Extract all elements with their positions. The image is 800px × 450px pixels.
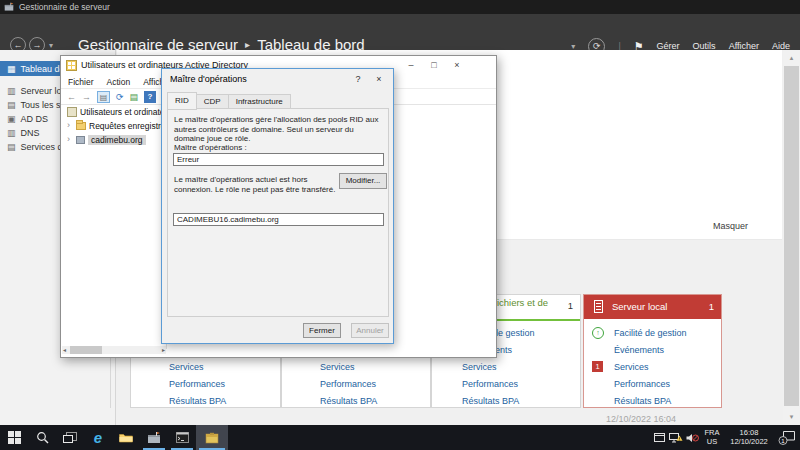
- toolbar-forward-icon[interactable]: →: [82, 92, 91, 102]
- tile-link-services[interactable]: Services: [169, 362, 204, 372]
- offline-warning-text: Le maître d'opérations actuel est hors c…: [174, 175, 336, 194]
- console-taskbar-button[interactable]: [168, 425, 196, 450]
- scroll-down-icon[interactable]: ▾: [783, 413, 800, 421]
- expander-icon[interactable]: ›: [67, 134, 70, 144]
- console-tree-toggle-icon[interactable]: ▤: [97, 91, 110, 103]
- scrollbar-thumb[interactable]: [784, 66, 799, 406]
- tile-link-services[interactable]: Services: [462, 362, 497, 372]
- taskbar-search-button[interactable]: [28, 425, 56, 450]
- tab-rid[interactable]: RID: [167, 92, 197, 110]
- tray-language-switcher[interactable]: FRA US: [700, 425, 724, 450]
- tree-item-saved-queries[interactable]: › Requêtes enregistrées: [62, 119, 166, 133]
- tree-item-label: cadimebu.org: [88, 135, 146, 145]
- tab-cdp[interactable]: CDP: [196, 94, 229, 109]
- tile-link-services[interactable]: Services: [320, 362, 355, 372]
- aduc-taskbar-button[interactable]: [196, 425, 228, 450]
- nav-history-caret-icon[interactable]: ▾: [49, 41, 53, 50]
- toolbar-help-icon[interactable]: ?: [144, 91, 156, 103]
- tray-network[interactable]: [668, 425, 684, 450]
- tile-link-performances[interactable]: Performances: [320, 379, 376, 389]
- back-icon: ←: [14, 40, 23, 50]
- server-icon: [594, 300, 603, 313]
- server-manager-taskbar-button[interactable]: [140, 425, 168, 450]
- folder-icon: [76, 122, 86, 130]
- operations-master-dialog: Maître d'opérations ? × RID CDP Infrastr…: [161, 68, 394, 344]
- dns-icon: ▥: [7, 128, 16, 138]
- task-view-button[interactable]: [56, 425, 84, 450]
- dialog-close-icon[interactable]: ×: [370, 71, 388, 88]
- console-window-icon: [176, 432, 189, 443]
- menu-fichier[interactable]: Fichier: [68, 77, 94, 87]
- hscroll-thumb[interactable]: [70, 346, 102, 354]
- admin-tools-icon: [205, 432, 219, 444]
- navigation-bar: ← → ▾ Gestionnaire de serveur▸Tableau de…: [0, 14, 800, 50]
- operations-master-field[interactable]: [173, 153, 384, 166]
- tree-root-aduc[interactable]: Utilisateurs et ordinateurs Ac: [62, 105, 166, 119]
- tile-link-bpa[interactable]: Résultats BPA: [320, 396, 377, 406]
- tile-link-performances[interactable]: Performances: [462, 379, 518, 389]
- tile-link-performances[interactable]: Performances: [169, 379, 225, 389]
- dashboard-tile-serveur-local[interactable]: Serveur local 1 ↑ Facilité de gestion Év…: [583, 294, 722, 408]
- dialog-intro-text: Le maître d'opérations gère l'allocation…: [174, 115, 382, 144]
- server-icon: ▥: [7, 86, 16, 96]
- start-button[interactable]: [0, 425, 28, 450]
- directory-icon: [67, 107, 77, 117]
- maximize-button[interactable]: □: [424, 56, 444, 74]
- tile-link-evenements[interactable]: Événements: [614, 345, 664, 355]
- tile-header-red[interactable]: Serveur local 1: [584, 295, 721, 319]
- export-list-icon[interactable]: ▤: [130, 92, 139, 102]
- file-explorer-button[interactable]: [112, 425, 140, 450]
- tree-root-label: Utilisateurs et ordinateurs Ac: [80, 107, 166, 117]
- expander-icon[interactable]: ›: [67, 120, 70, 130]
- internet-explorer-button[interactable]: e: [84, 425, 112, 450]
- tile-link-services[interactable]: Services: [614, 362, 649, 372]
- tile-link-bpa[interactable]: Résultats BPA: [169, 396, 226, 406]
- tile-link-performances[interactable]: Performances: [614, 379, 670, 389]
- toolbar-refresh-icon[interactable]: ⟳: [116, 92, 124, 102]
- current-server-field[interactable]: [173, 213, 384, 226]
- tile-link-manageability[interactable]: Facilité de gestion: [614, 328, 687, 338]
- close-dialog-button[interactable]: Fermer: [303, 323, 341, 338]
- scroll-up-icon[interactable]: ▴: [783, 54, 800, 62]
- hide-welcome-link[interactable]: Masquer: [713, 221, 748, 231]
- hscroll-left-icon[interactable]: ◂: [63, 346, 66, 354]
- taskbar: e FRA US 16:08 12/10/2022: [0, 425, 800, 450]
- tray-clock[interactable]: 16:08 12/10/2022: [724, 425, 774, 450]
- tile-edge-sliver: [110, 358, 111, 408]
- minimize-button[interactable]: –: [401, 56, 421, 74]
- tray-volume[interactable]: [685, 425, 700, 450]
- server-manager-icon: [147, 432, 161, 444]
- dialog-tabs: RID CDP Infrastructure: [167, 92, 290, 109]
- forward-icon: →: [33, 40, 42, 50]
- dialog-title: Maître d'opérations: [170, 74, 247, 84]
- server-manager-titlebar: Gestionnaire de serveur: [0, 0, 800, 14]
- tree-item-domain[interactable]: › cadimebu.org: [62, 133, 166, 147]
- search-icon: [36, 431, 49, 444]
- last-refresh-note: 12/10/2022 16:04: [606, 414, 676, 424]
- servers-icon: ▤: [7, 100, 16, 110]
- file-services-icon: ▤: [7, 142, 16, 152]
- cancel-button[interactable]: Annuler: [351, 323, 389, 338]
- domain-icon: [76, 136, 85, 144]
- toolbar-back-icon[interactable]: ←: [67, 92, 76, 102]
- tile-link-bpa[interactable]: Résultats BPA: [614, 396, 671, 406]
- menu-action[interactable]: Action: [107, 77, 131, 87]
- ad-ds-icon: ▣: [7, 114, 16, 124]
- sidebar-item-label: AD DS: [21, 114, 49, 124]
- dashboard-scrollbar[interactable]: ▴ ▾: [783, 50, 800, 425]
- action-center-button[interactable]: 1: [774, 425, 798, 450]
- task-view-icon: [63, 432, 77, 444]
- refresh-icon: ⟳: [593, 41, 601, 51]
- tray-show-hidden-icons[interactable]: [652, 425, 667, 450]
- close-button[interactable]: ×: [447, 56, 467, 74]
- tile-link-bpa[interactable]: Résultats BPA: [462, 396, 519, 406]
- hidden-icons-icon: [654, 433, 665, 442]
- tree-hscrollbar[interactable]: ◂ ▸: [62, 346, 166, 354]
- dialog-help-icon[interactable]: ?: [349, 71, 367, 88]
- dialog-titlebar[interactable]: Maître d'opérations ? ×: [162, 69, 393, 91]
- modify-button[interactable]: Modifier...: [339, 173, 387, 189]
- windows-logo-icon: [8, 431, 21, 444]
- hscroll-right-icon[interactable]: ▸: [162, 346, 165, 354]
- console-tree: Utilisateurs et ordinateurs Ac › Requête…: [62, 103, 166, 346]
- tab-infrastructure[interactable]: Infrastructure: [228, 94, 291, 109]
